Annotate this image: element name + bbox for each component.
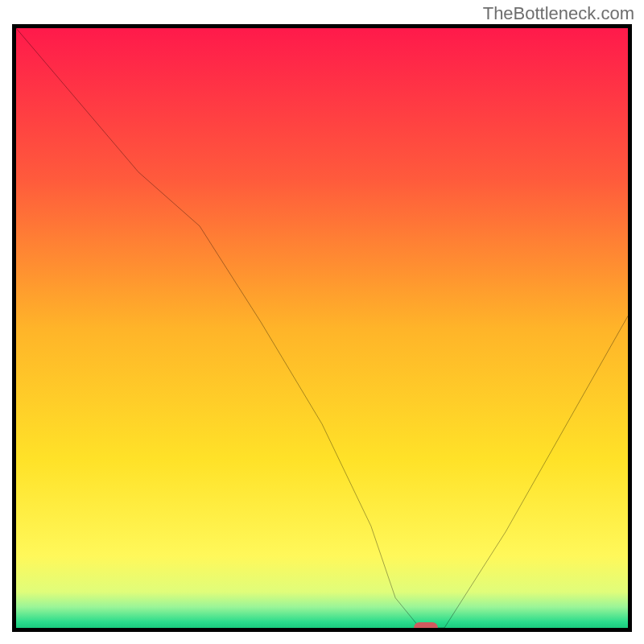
bottleneck-curve	[16, 28, 628, 628]
chart-container: TheBottleneck.com	[0, 0, 644, 644]
optimal-point-marker	[414, 622, 438, 632]
plot-frame	[12, 24, 632, 632]
watermark-text: TheBottleneck.com	[483, 3, 634, 24]
